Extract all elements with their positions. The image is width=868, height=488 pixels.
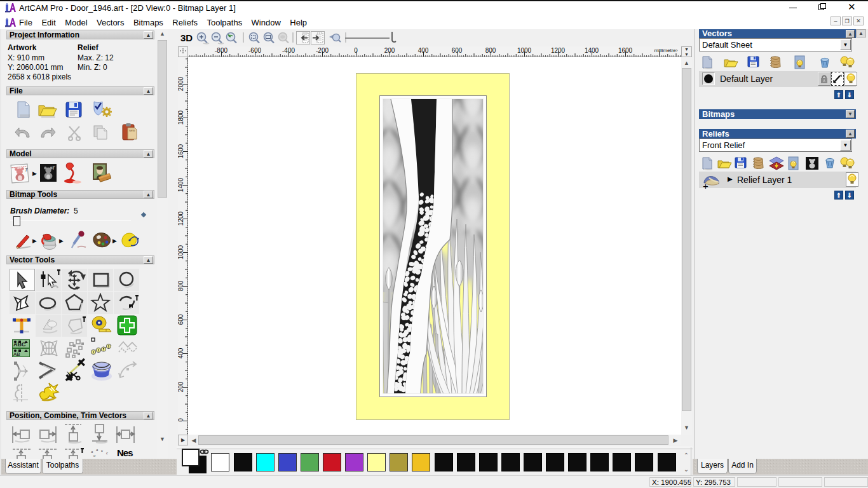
- svg-text:1000: 1000: [178, 245, 184, 259]
- svg-text:600: 600: [452, 47, 463, 54]
- svg-text:1000: 1000: [517, 47, 532, 54]
- svg-text:c: c: [106, 451, 108, 455]
- svg-text:-800: -800: [215, 47, 227, 54]
- svg-text:T: T: [25, 168, 28, 172]
- svg-text:200: 200: [178, 381, 184, 392]
- svg-text:2000: 2000: [178, 76, 184, 91]
- svg-text:1400: 1400: [585, 47, 599, 54]
- svg-text:AB: AB: [13, 351, 20, 357]
- svg-text:0: 0: [354, 47, 358, 54]
- svg-text:600: 600: [178, 314, 184, 325]
- svg-text:-400: -400: [282, 47, 295, 54]
- svg-text:1200: 1200: [178, 211, 184, 226]
- svg-text:1800: 1800: [178, 110, 184, 125]
- svg-text:800: 800: [485, 47, 496, 54]
- svg-text:NEW: NEW: [129, 129, 135, 132]
- svg-text:1200: 1200: [551, 47, 566, 54]
- svg-text:a: a: [96, 448, 98, 452]
- svg-text:-200: -200: [316, 47, 329, 54]
- svg-text:millimetre›: millimetre›: [654, 48, 678, 53]
- svg-text:T: T: [52, 166, 55, 170]
- svg-text:800: 800: [178, 280, 184, 291]
- svg-text:1600: 1600: [618, 47, 633, 54]
- svg-text:200: 200: [384, 47, 395, 54]
- svg-text:1600: 1600: [178, 144, 184, 158]
- svg-text:o: o: [93, 454, 96, 458]
- svg-text:1400: 1400: [178, 177, 184, 192]
- svg-text:-600: -600: [248, 47, 261, 54]
- svg-text:c: c: [101, 449, 103, 452]
- svg-text:400: 400: [418, 47, 429, 54]
- svg-text:0: 0: [178, 418, 184, 422]
- svg-text:400: 400: [178, 348, 184, 358]
